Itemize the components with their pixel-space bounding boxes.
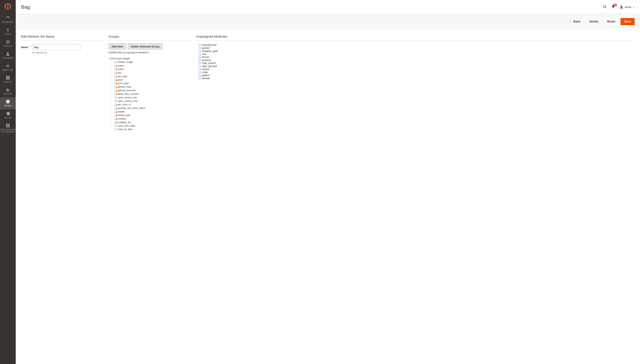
- sidebar-item-stores[interactable]: STORES: [0, 98, 16, 109]
- sidebar-item-dashboard[interactable]: DASHBOARD: [0, 14, 16, 26]
- notifications-button[interactable]: 38: [611, 5, 615, 10]
- caret-down-icon: ▼: [633, 6, 635, 8]
- attribute-node[interactable]: price_type: [114, 82, 191, 85]
- sidebar-item-find-partners-extensions[interactable]: FIND PARTNERS & EXTENSIONS: [0, 121, 16, 135]
- attribute-node[interactable]: allow_open_amount: [114, 92, 191, 96]
- search-icon: [603, 5, 607, 10]
- content-columns: Edit Attribute Set Name Name* For intern…: [16, 30, 640, 136]
- sidebar-item-catalog[interactable]: CATALOG: [0, 38, 16, 50]
- attribute-node[interactable]: visibility: [114, 117, 191, 120]
- admin-sidebar: DASHBOARDSALESCATALOGCUSTOMERSMARKETINGC…: [0, 0, 16, 364]
- attribute-node[interactable]: quantity_and_stock_status: [114, 106, 191, 110]
- sidebar-item-sales[interactable]: SALES: [0, 26, 16, 38]
- attribute-icon: [198, 77, 201, 79]
- attribute-label: pattern: [202, 74, 210, 77]
- attribute-icon: [198, 65, 201, 67]
- sidebar-item-content[interactable]: CONTENT: [0, 74, 16, 86]
- attribute-node[interactable]: weight: [114, 110, 191, 114]
- attribute-icon: [114, 100, 117, 102]
- attribute-icon: [114, 61, 117, 63]
- unassigned-attribute[interactable]: collar: [198, 70, 635, 74]
- attribute-node[interactable]: open_amount_min: [114, 96, 191, 99]
- attribute-node[interactable]: tax_class_id: [114, 103, 191, 106]
- name-label: Name*: [21, 44, 30, 49]
- attribute-node[interactable]: price: [114, 78, 191, 82]
- dollar-icon: [6, 28, 10, 32]
- sidebar-label: FIND PARTNERS & EXTENSIONS: [0, 129, 15, 133]
- sidebar-item-marketing[interactable]: MARKETING: [0, 62, 16, 74]
- sidebar-item-customers[interactable]: CUSTOMERS: [0, 50, 16, 62]
- attribute-icon: [198, 50, 201, 52]
- page-header: Bag 38 admin ▼: [16, 0, 640, 14]
- unassigned-attribute[interactable]: purpose: [198, 58, 635, 62]
- attribute-icon: [198, 56, 201, 58]
- attribute-icon: [114, 68, 117, 70]
- unassigned-attribute[interactable]: gender: [198, 46, 635, 50]
- box-icon: [6, 40, 10, 44]
- save-button[interactable]: Save: [620, 18, 635, 25]
- sidebar-label: REPORTS: [4, 93, 12, 95]
- user-menu[interactable]: admin ▼: [620, 5, 635, 9]
- attribute-icon: [114, 72, 117, 74]
- folder-icon: [111, 58, 114, 60]
- attribute-label: status: [118, 64, 124, 68]
- attribute-node[interactable]: category_ids: [114, 120, 191, 124]
- attribute-icon: [114, 93, 117, 95]
- attribute-icon: [114, 125, 117, 127]
- unassigned-attribute[interactable]: pattern: [198, 74, 635, 77]
- attribute-node[interactable]: name: [114, 68, 191, 71]
- attribute-label: category_ids: [118, 121, 131, 124]
- attribute-node[interactable]: status: [114, 64, 191, 68]
- attribute-node[interactable]: weight_type: [114, 114, 191, 117]
- user-icon: [620, 5, 623, 9]
- root-label: Product Details: [114, 57, 130, 60]
- attribute-label: tax_class_id: [118, 103, 131, 106]
- reset-button[interactable]: Reset: [603, 18, 619, 25]
- attribute-icon: [198, 53, 201, 55]
- sidebar-label: CUSTOMERS: [2, 57, 14, 59]
- collapse-icon[interactable]: −: [109, 58, 110, 60]
- sidebar-item-system[interactable]: SYSTEM: [0, 109, 16, 121]
- header-actions: 38 admin ▼: [603, 5, 635, 10]
- name-input[interactable]: [32, 44, 80, 50]
- attribute-node[interactable]: news_to_date: [114, 128, 191, 131]
- attribute-node[interactable]: giftcard_type: [114, 85, 191, 89]
- unassigned-attribute[interactable]: category_gear: [198, 50, 635, 52]
- storefront-icon: [6, 99, 10, 104]
- edit-name-section: Edit Attribute Set Name Name* For intern…: [21, 35, 103, 131]
- attribute-node[interactable]: open_amount_max: [114, 99, 191, 103]
- group-buttons: Add New Delete Selected Group: [109, 43, 191, 50]
- attribute-node[interactable]: news_from_date: [114, 124, 191, 128]
- svg-line-1: [605, 7, 606, 8]
- attribute-node[interactable]: swatch_image: [114, 60, 191, 64]
- unassigned-attribute[interactable]: climate: [198, 77, 635, 80]
- unassigned-attribute[interactable]: format: [198, 56, 635, 58]
- unassigned-title: Unassigned Attributes: [196, 35, 635, 40]
- attribute-label: climate: [202, 77, 210, 80]
- magento-logo[interactable]: [4, 3, 12, 10]
- username: admin: [625, 6, 631, 8]
- sidebar-item-reports[interactable]: REPORTS: [0, 86, 16, 98]
- attribute-icon: [114, 82, 117, 84]
- back-label: Back: [573, 20, 580, 23]
- name-field-row: Name* For internal use: [21, 44, 103, 54]
- unassigned-attribute[interactable]: style_general: [198, 64, 635, 68]
- attribute-node[interactable]: sku: [114, 71, 191, 74]
- unassigned-attribute[interactable]: size: [198, 52, 635, 56]
- unassigned-list: manufacturergendercategory_gearsizeforma…: [198, 43, 635, 80]
- delete-button[interactable]: Delete: [586, 18, 602, 25]
- unassigned-attribute[interactable]: sleeve: [198, 68, 635, 70]
- attribute-node[interactable]: sku_type: [114, 74, 191, 78]
- attribute-node[interactable]: giftcard_amounts: [114, 89, 191, 92]
- action-toolbar: ← Back Delete Reset Save: [16, 14, 640, 30]
- attribute-label: giftcard_type: [118, 85, 131, 89]
- delete-group-button[interactable]: Delete Selected Group: [128, 43, 162, 50]
- add-group-button[interactable]: Add New: [109, 43, 126, 50]
- attribute-label: quantity_and_stock_status: [118, 106, 145, 110]
- tree-root-node[interactable]: − Product Details: [109, 57, 191, 60]
- back-button[interactable]: ← Back: [565, 18, 584, 25]
- attribute-label: allow_open_amount: [118, 92, 139, 96]
- search-button[interactable]: [603, 5, 607, 10]
- unassigned-attribute[interactable]: style_bottom: [198, 62, 635, 64]
- unassigned-attribute[interactable]: manufacturer: [198, 43, 635, 46]
